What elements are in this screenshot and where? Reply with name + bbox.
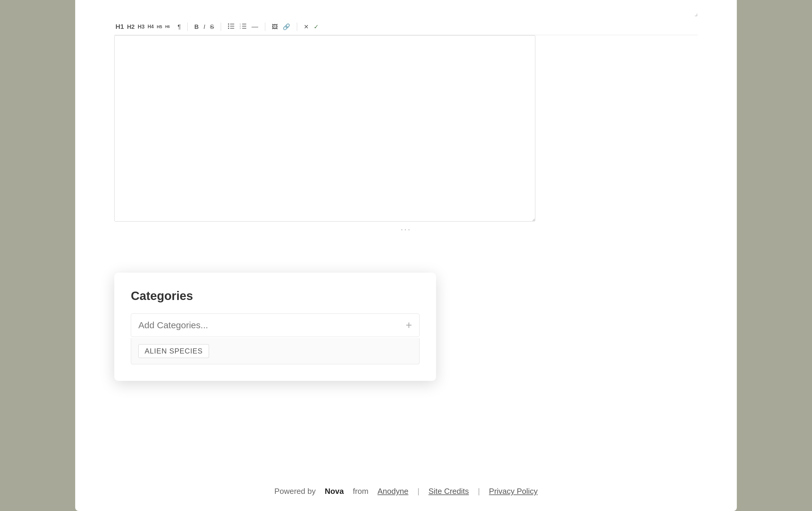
heading-4-button[interactable]: H4 — [146, 24, 155, 30]
svg-rect-6 — [242, 24, 246, 24]
page-footer: Powered by Nova from Anodyne | Site Cred… — [75, 487, 737, 496]
footer-anodyne-link[interactable]: Anodyne — [377, 487, 408, 496]
heading-6-button[interactable]: H6 — [164, 24, 171, 29]
hr-button[interactable]: — — [250, 22, 260, 32]
editor-area: ··· Categories + ALIEN SPECIES — [114, 35, 698, 237]
category-tag-alien-species[interactable]: ALIEN SPECIES — [138, 344, 209, 358]
svg-rect-1 — [230, 26, 234, 26]
italic-button[interactable]: I — [202, 22, 207, 32]
add-categories-row: + — [131, 313, 419, 337]
svg-rect-0 — [230, 24, 234, 24]
footer-nova-label: Nova — [325, 487, 344, 496]
footer-sep-2: | — [478, 487, 480, 496]
footer-sep-1: | — [417, 487, 419, 496]
svg-text:3: 3 — [240, 27, 241, 29]
svg-rect-7 — [242, 26, 246, 26]
text-format-group: B I S — [193, 22, 215, 32]
heading-5-button[interactable]: H5 — [155, 24, 163, 30]
svg-rect-2 — [230, 28, 234, 29]
categories-heading: Categories — [131, 289, 419, 303]
footer-from-text: from — [353, 487, 369, 496]
media-buttons-group: 🖼 🔗 — [270, 22, 292, 32]
confirm-button[interactable]: ✓ — [312, 22, 321, 32]
footer-powered-by-text: Powered by — [274, 487, 316, 496]
svg-text:2: 2 — [240, 25, 241, 27]
heading-1-button[interactable]: H1 — [114, 22, 125, 31]
toolbar-sep-3 — [265, 23, 265, 31]
ordered-list-button[interactable]: 1 2 3 — [238, 22, 249, 32]
main-content-card: ⌟ H1 H2 H3 H4 H5 H6 ¶ B I S — [75, 0, 737, 511]
heading-buttons-group: H1 H2 H3 H4 H5 H6 — [114, 22, 171, 31]
add-categories-plus-button[interactable]: + — [406, 320, 412, 331]
page-background: ⌟ H1 H2 H3 H4 H5 H6 ¶ B I S — [0, 0, 812, 511]
categories-popup: Categories + ALIEN SPECIES — [114, 273, 436, 381]
pilcrow-button[interactable]: ¶ — [176, 22, 182, 32]
toolbar-sep-2 — [221, 23, 221, 31]
heading-3-button[interactable]: H3 — [137, 23, 146, 31]
action-buttons-group: ✕ ✓ — [302, 22, 321, 32]
resize-icon: ⌟ — [694, 9, 698, 18]
image-button[interactable]: 🖼 — [270, 22, 280, 32]
svg-text:1: 1 — [240, 23, 241, 25]
toolbar-sep-4 — [297, 23, 297, 31]
bold-button[interactable]: B — [193, 22, 200, 32]
loading-indicator: ··· — [114, 221, 698, 237]
strikethrough-button[interactable]: S — [208, 22, 215, 32]
footer-site-credits-link[interactable]: Site Credits — [429, 487, 469, 496]
link-button[interactable]: 🔗 — [281, 22, 292, 32]
footer-privacy-policy-link[interactable]: Privacy Policy — [489, 487, 538, 496]
add-categories-input[interactable] — [138, 320, 406, 330]
heading-2-button[interactable]: H2 — [126, 23, 136, 31]
toolbar-sep-1 — [187, 23, 188, 31]
content-textarea[interactable] — [114, 35, 535, 221]
svg-point-3 — [228, 24, 229, 25]
clear-format-button[interactable]: ✕ — [302, 22, 311, 32]
editor-resize-handle-top: ⌟ — [114, 9, 698, 18]
svg-rect-8 — [242, 28, 246, 29]
unordered-list-button[interactable] — [226, 22, 237, 32]
svg-point-5 — [228, 28, 229, 29]
categories-tags-container: ALIEN SPECIES — [131, 338, 419, 364]
editor-toolbar: H1 H2 H3 H4 H5 H6 ¶ B I S — [114, 19, 698, 35]
list-buttons-group: 1 2 3 — — [226, 22, 260, 32]
svg-point-4 — [228, 26, 229, 27]
